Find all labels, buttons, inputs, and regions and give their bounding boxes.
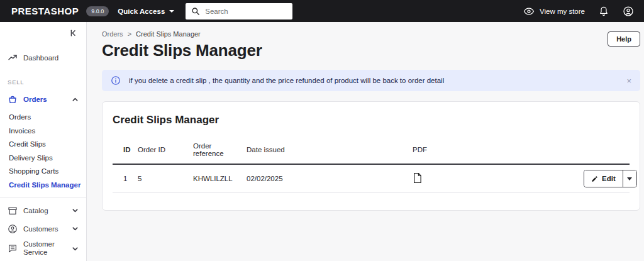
chevron-down-icon — [72, 225, 79, 232]
header-order-reference: Order reference — [193, 137, 247, 164]
pencil-icon — [591, 175, 598, 182]
breadcrumb: Orders > Credit Slips Manager — [102, 30, 262, 38]
profile-button[interactable] — [623, 6, 634, 17]
sidebar-collapse-button[interactable] — [69, 28, 78, 40]
breadcrumb-orders-link[interactable]: Orders — [102, 30, 123, 38]
sidebar-item-dashboard[interactable]: Dashboard — [0, 50, 86, 66]
alert-message: if you delete a credit slip , the quanti… — [129, 77, 444, 84]
customer-service-chat-icon — [8, 243, 18, 253]
caret-down-icon — [169, 10, 174, 13]
customers-icon — [8, 224, 18, 234]
search-input[interactable] — [205, 8, 287, 15]
page-title: Credit Slips Manager — [102, 41, 262, 60]
panel-title: Credit Slips Manager — [113, 114, 630, 126]
user-account-icon — [623, 6, 634, 17]
header-id: ID — [113, 137, 138, 164]
edit-dropdown-toggle[interactable] — [623, 170, 636, 187]
catalog-storefront-icon — [8, 206, 18, 216]
breadcrumb-current: Credit Slips Manager — [136, 30, 201, 38]
sidebar-item-orders[interactable]: Orders — [0, 91, 86, 108]
search-icon — [191, 7, 200, 16]
cell-id: 1 — [113, 164, 138, 193]
view-my-store-link[interactable]: View my store — [523, 7, 585, 16]
orders-submenu: Orders Invoices Credit Slips Delivery Sl… — [0, 111, 86, 192]
cell-actions: Edit — [584, 164, 630, 193]
notifications-button[interactable] — [599, 6, 609, 17]
orders-basket-icon — [8, 94, 18, 104]
sidebar-section-sell: SELL — [8, 79, 86, 86]
chevron-down-icon — [72, 245, 79, 252]
chevron-up-icon — [72, 96, 79, 103]
caret-down-icon — [627, 177, 632, 180]
submenu-item-credit-slips[interactable]: Credit Slips — [0, 138, 86, 152]
quick-access-menu[interactable]: Quick Access — [118, 8, 174, 15]
sidebar-item-customer-service[interactable]: Customer Service — [0, 238, 86, 259]
dashboard-icon — [8, 53, 18, 63]
sidebar: Dashboard SELL Orders Orders Invoices Cr… — [0, 22, 87, 261]
prestashop-logo[interactable]: PRESTASHOP — [11, 6, 79, 16]
chevron-down-icon — [72, 207, 79, 214]
table-row: 1 5 KHWLILZLL 02/02/2025 — [113, 164, 630, 193]
sidebar-item-label: Customers — [23, 225, 58, 233]
submenu-item-delivery-slips[interactable]: Delivery Slips — [0, 152, 86, 165]
table-header-row: ID Order ID Order reference Date issued … — [113, 137, 630, 164]
view-my-store-label: View my store — [540, 8, 585, 15]
submenu-item-orders[interactable]: Orders — [0, 111, 86, 125]
quick-access-label: Quick Access — [118, 8, 165, 15]
info-icon — [111, 75, 121, 86]
breadcrumb-separator: > — [128, 30, 131, 38]
sidebar-item-label: Catalog — [23, 207, 48, 214]
alert-close-icon[interactable]: × — [626, 77, 631, 85]
sidebar-item-label: Orders — [23, 96, 47, 103]
version-badge: 9.0.0 — [86, 6, 109, 16]
credit-slips-table: ID Order ID Order reference Date issued … — [113, 137, 630, 193]
header-date-issued: Date issued — [247, 137, 413, 164]
sidebar-divider — [0, 197, 86, 197]
topbar: PRESTASHOP 9.0.0 Quick Access View my st… — [0, 0, 644, 22]
submenu-item-shopping-carts[interactable]: Shopping Carts — [0, 165, 86, 179]
sidebar-item-label: Dashboard — [23, 54, 58, 62]
credit-slips-panel: Credit Slips Manager ID Order ID Order r… — [102, 101, 640, 211]
sidebar-item-customers[interactable]: Customers — [0, 219, 86, 238]
submenu-item-invoices[interactable]: Invoices — [0, 125, 86, 138]
bell-icon — [599, 6, 609, 17]
global-search[interactable] — [186, 3, 292, 19]
sidebar-item-label: Customer Service — [23, 240, 60, 257]
header-actions — [584, 137, 630, 164]
header-order-id: Order ID — [138, 137, 193, 164]
cell-order-reference: KHWLILZLL — [193, 164, 247, 193]
header-pdf: PDF — [413, 137, 584, 164]
pdf-document-icon[interactable] — [413, 172, 422, 184]
edit-button[interactable]: Edit — [584, 170, 623, 187]
info-alert: if you delete a credit slip , the quanti… — [102, 70, 640, 91]
eye-icon — [523, 7, 535, 16]
sidebar-item-catalog[interactable]: Catalog — [0, 201, 86, 219]
main-content: Orders > Credit Slips Manager Credit Sli… — [87, 22, 644, 261]
edit-button-label: Edit — [602, 175, 616, 182]
help-button[interactable]: Help — [608, 31, 640, 47]
cell-date-issued: 02/02/2025 — [247, 164, 413, 193]
cell-order-id: 5 — [138, 164, 193, 193]
topbar-right: View my store — [523, 6, 634, 17]
submenu-item-credit-slips-manager[interactable]: Credit Slips Manager — [0, 179, 86, 192]
cell-pdf — [413, 164, 584, 193]
edit-button-group: Edit — [584, 170, 637, 187]
